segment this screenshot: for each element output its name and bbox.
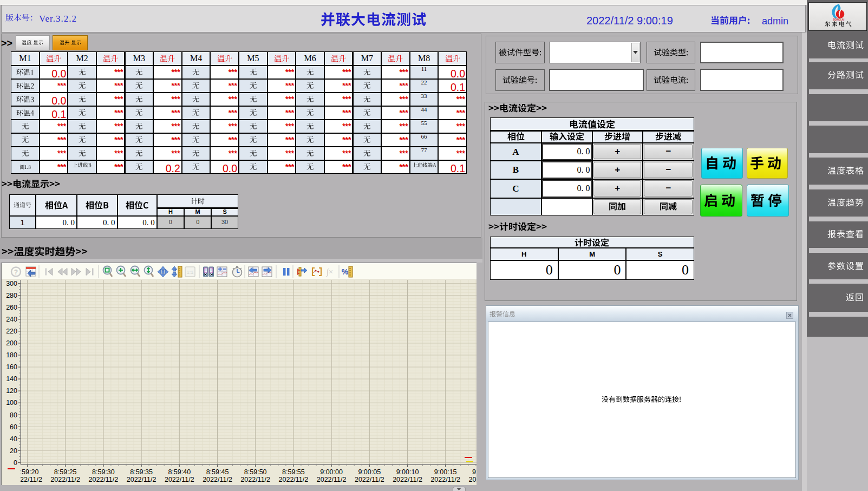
svg-text:80: 80: [10, 411, 17, 419]
svg-text:1:1: 1:1: [187, 270, 194, 275]
svg-text:2022/11/2: 2022/11/2: [50, 476, 80, 483]
svg-text:60: 60: [10, 423, 17, 431]
svg-text:9:00:00: 9:00:00: [320, 468, 343, 476]
svg-text:260: 260: [6, 304, 17, 311]
svg-text:220: 220: [6, 328, 17, 335]
svg-text:9:00:20: 9:00:20: [472, 468, 477, 476]
svg-text:40: 40: [10, 435, 17, 443]
svg-text:160: 160: [6, 363, 17, 371]
svg-text:8:59:45: 8:59:45: [206, 468, 229, 476]
svg-text:2022/11/2: 2022/11/2: [355, 476, 384, 483]
svg-text:240: 240: [6, 316, 17, 323]
svg-text:180: 180: [6, 351, 17, 359]
svg-text:2022/11/2: 2022/11/2: [240, 476, 270, 483]
svg-text:2022/11/2: 2022/11/2: [430, 476, 460, 483]
svg-text:140: 140: [6, 375, 17, 383]
svg-text:0: 0: [14, 459, 17, 467]
svg-text:2022/11/2: 2022/11/2: [203, 476, 232, 483]
svg-text:20: 20: [10, 447, 17, 455]
svg-text:2022/11/2: 2022/11/2: [165, 476, 194, 483]
svg-text:2022/11/2: 2022/11/2: [127, 476, 156, 483]
svg-text:9:00:15: 9:00:15: [434, 468, 457, 476]
svg-text:2022/11/2: 2022/11/2: [469, 476, 477, 483]
svg-text:9:00:05: 9:00:05: [358, 468, 381, 476]
svg-text:200: 200: [6, 339, 17, 347]
svg-text:8:59:40: 8:59:40: [168, 468, 191, 476]
svg-text:8:59:35: 8:59:35: [130, 468, 153, 476]
svg-text:?: ?: [14, 269, 18, 276]
svg-text:280: 280: [6, 292, 17, 299]
svg-text:8:59:30: 8:59:30: [92, 468, 115, 476]
svg-text:300: 300: [6, 280, 17, 287]
svg-text:8:59:55: 8:59:55: [282, 468, 305, 476]
svg-text:8:59:25: 8:59:25: [54, 468, 77, 476]
svg-text:2022/11/2: 2022/11/2: [279, 476, 309, 483]
svg-text:100: 100: [6, 399, 17, 407]
svg-text:9:00:10: 9:00:10: [396, 468, 419, 476]
svg-text:2022/11/2: 2022/11/2: [317, 476, 347, 483]
svg-text:8:59:50: 8:59:50: [244, 468, 267, 476]
svg-text:2022/11/2: 2022/11/2: [89, 476, 119, 483]
svg-text:120: 120: [6, 387, 17, 395]
svg-text:2022/11/2: 2022/11/2: [393, 476, 422, 483]
